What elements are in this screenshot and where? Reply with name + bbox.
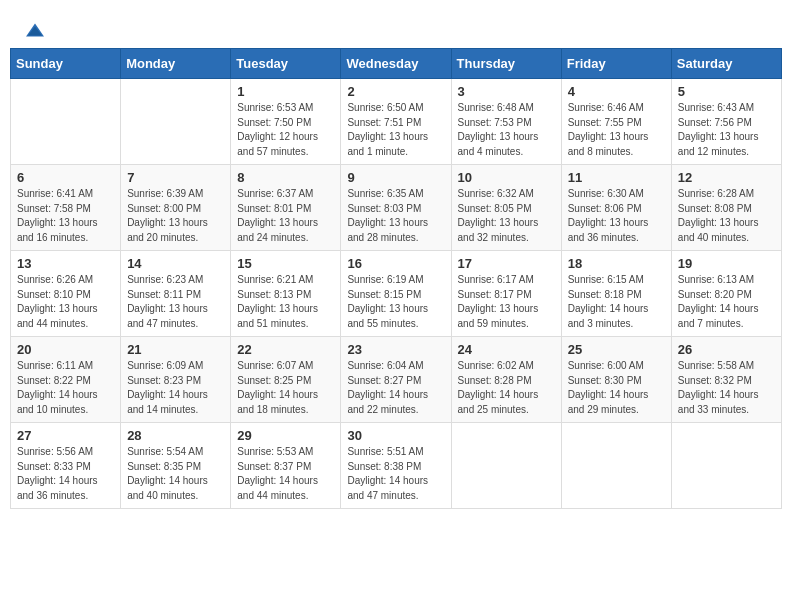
day-number: 27 — [17, 428, 114, 443]
day-info: Sunrise: 6:04 AM Sunset: 8:27 PM Dayligh… — [347, 359, 444, 417]
table-row: 22Sunrise: 6:07 AM Sunset: 8:25 PM Dayli… — [231, 337, 341, 423]
table-row: 17Sunrise: 6:17 AM Sunset: 8:17 PM Dayli… — [451, 251, 561, 337]
day-info: Sunrise: 6:13 AM Sunset: 8:20 PM Dayligh… — [678, 273, 775, 331]
day-number: 26 — [678, 342, 775, 357]
table-row: 11Sunrise: 6:30 AM Sunset: 8:06 PM Dayli… — [561, 165, 671, 251]
day-info: Sunrise: 5:53 AM Sunset: 8:37 PM Dayligh… — [237, 445, 334, 503]
day-info: Sunrise: 6:37 AM Sunset: 8:01 PM Dayligh… — [237, 187, 334, 245]
table-row: 7Sunrise: 6:39 AM Sunset: 8:00 PM Daylig… — [121, 165, 231, 251]
day-number: 16 — [347, 256, 444, 271]
calendar-week-5: 27Sunrise: 5:56 AM Sunset: 8:33 PM Dayli… — [11, 423, 782, 509]
day-number: 23 — [347, 342, 444, 357]
table-row: 1Sunrise: 6:53 AM Sunset: 7:50 PM Daylig… — [231, 79, 341, 165]
day-number: 12 — [678, 170, 775, 185]
day-info: Sunrise: 6:09 AM Sunset: 8:23 PM Dayligh… — [127, 359, 224, 417]
table-row: 20Sunrise: 6:11 AM Sunset: 8:22 PM Dayli… — [11, 337, 121, 423]
day-number: 4 — [568, 84, 665, 99]
page-header — [10, 10, 782, 48]
day-info: Sunrise: 6:41 AM Sunset: 7:58 PM Dayligh… — [17, 187, 114, 245]
table-row: 28Sunrise: 5:54 AM Sunset: 8:35 PM Dayli… — [121, 423, 231, 509]
day-number: 11 — [568, 170, 665, 185]
day-number: 17 — [458, 256, 555, 271]
day-number: 22 — [237, 342, 334, 357]
day-number: 24 — [458, 342, 555, 357]
day-number: 9 — [347, 170, 444, 185]
table-row: 25Sunrise: 6:00 AM Sunset: 8:30 PM Dayli… — [561, 337, 671, 423]
table-row: 27Sunrise: 5:56 AM Sunset: 8:33 PM Dayli… — [11, 423, 121, 509]
calendar-week-2: 6Sunrise: 6:41 AM Sunset: 7:58 PM Daylig… — [11, 165, 782, 251]
day-number: 3 — [458, 84, 555, 99]
day-header-tuesday: Tuesday — [231, 49, 341, 79]
day-info: Sunrise: 6:39 AM Sunset: 8:00 PM Dayligh… — [127, 187, 224, 245]
calendar-week-3: 13Sunrise: 6:26 AM Sunset: 8:10 PM Dayli… — [11, 251, 782, 337]
table-row: 19Sunrise: 6:13 AM Sunset: 8:20 PM Dayli… — [671, 251, 781, 337]
table-row: 12Sunrise: 6:28 AM Sunset: 8:08 PM Dayli… — [671, 165, 781, 251]
table-row: 10Sunrise: 6:32 AM Sunset: 8:05 PM Dayli… — [451, 165, 561, 251]
table-row — [121, 79, 231, 165]
table-row: 16Sunrise: 6:19 AM Sunset: 8:15 PM Dayli… — [341, 251, 451, 337]
day-number: 5 — [678, 84, 775, 99]
table-row — [451, 423, 561, 509]
day-info: Sunrise: 6:17 AM Sunset: 8:17 PM Dayligh… — [458, 273, 555, 331]
calendar-table: SundayMondayTuesdayWednesdayThursdayFrid… — [10, 48, 782, 509]
day-header-saturday: Saturday — [671, 49, 781, 79]
table-row: 29Sunrise: 5:53 AM Sunset: 8:37 PM Dayli… — [231, 423, 341, 509]
calendar-week-4: 20Sunrise: 6:11 AM Sunset: 8:22 PM Dayli… — [11, 337, 782, 423]
table-row: 3Sunrise: 6:48 AM Sunset: 7:53 PM Daylig… — [451, 79, 561, 165]
table-row: 26Sunrise: 5:58 AM Sunset: 8:32 PM Dayli… — [671, 337, 781, 423]
table-row: 4Sunrise: 6:46 AM Sunset: 7:55 PM Daylig… — [561, 79, 671, 165]
table-row: 23Sunrise: 6:04 AM Sunset: 8:27 PM Dayli… — [341, 337, 451, 423]
day-number: 20 — [17, 342, 114, 357]
day-number: 18 — [568, 256, 665, 271]
day-info: Sunrise: 6:30 AM Sunset: 8:06 PM Dayligh… — [568, 187, 665, 245]
day-number: 25 — [568, 342, 665, 357]
table-row: 8Sunrise: 6:37 AM Sunset: 8:01 PM Daylig… — [231, 165, 341, 251]
day-number: 8 — [237, 170, 334, 185]
table-row — [11, 79, 121, 165]
day-info: Sunrise: 6:35 AM Sunset: 8:03 PM Dayligh… — [347, 187, 444, 245]
day-info: Sunrise: 5:58 AM Sunset: 8:32 PM Dayligh… — [678, 359, 775, 417]
day-number: 15 — [237, 256, 334, 271]
day-header-monday: Monday — [121, 49, 231, 79]
table-row: 15Sunrise: 6:21 AM Sunset: 8:13 PM Dayli… — [231, 251, 341, 337]
day-number: 28 — [127, 428, 224, 443]
day-info: Sunrise: 6:43 AM Sunset: 7:56 PM Dayligh… — [678, 101, 775, 159]
table-row: 13Sunrise: 6:26 AM Sunset: 8:10 PM Dayli… — [11, 251, 121, 337]
table-row — [561, 423, 671, 509]
day-header-thursday: Thursday — [451, 49, 561, 79]
day-info: Sunrise: 5:56 AM Sunset: 8:33 PM Dayligh… — [17, 445, 114, 503]
day-header-wednesday: Wednesday — [341, 49, 451, 79]
day-header-friday: Friday — [561, 49, 671, 79]
day-info: Sunrise: 6:48 AM Sunset: 7:53 PM Dayligh… — [458, 101, 555, 159]
table-row: 30Sunrise: 5:51 AM Sunset: 8:38 PM Dayli… — [341, 423, 451, 509]
day-number: 6 — [17, 170, 114, 185]
day-info: Sunrise: 6:50 AM Sunset: 7:51 PM Dayligh… — [347, 101, 444, 159]
day-info: Sunrise: 6:53 AM Sunset: 7:50 PM Dayligh… — [237, 101, 334, 159]
day-number: 19 — [678, 256, 775, 271]
day-header-sunday: Sunday — [11, 49, 121, 79]
logo — [25, 20, 49, 40]
table-row: 6Sunrise: 6:41 AM Sunset: 7:58 PM Daylig… — [11, 165, 121, 251]
day-info: Sunrise: 5:54 AM Sunset: 8:35 PM Dayligh… — [127, 445, 224, 503]
day-info: Sunrise: 6:23 AM Sunset: 8:11 PM Dayligh… — [127, 273, 224, 331]
day-number: 13 — [17, 256, 114, 271]
day-number: 29 — [237, 428, 334, 443]
day-number: 21 — [127, 342, 224, 357]
day-info: Sunrise: 6:00 AM Sunset: 8:30 PM Dayligh… — [568, 359, 665, 417]
calendar-header-row: SundayMondayTuesdayWednesdayThursdayFrid… — [11, 49, 782, 79]
day-number: 30 — [347, 428, 444, 443]
day-info: Sunrise: 6:46 AM Sunset: 7:55 PM Dayligh… — [568, 101, 665, 159]
day-info: Sunrise: 6:15 AM Sunset: 8:18 PM Dayligh… — [568, 273, 665, 331]
day-number: 7 — [127, 170, 224, 185]
day-number: 10 — [458, 170, 555, 185]
day-info: Sunrise: 6:32 AM Sunset: 8:05 PM Dayligh… — [458, 187, 555, 245]
day-number: 1 — [237, 84, 334, 99]
table-row: 9Sunrise: 6:35 AM Sunset: 8:03 PM Daylig… — [341, 165, 451, 251]
table-row: 14Sunrise: 6:23 AM Sunset: 8:11 PM Dayli… — [121, 251, 231, 337]
day-info: Sunrise: 6:02 AM Sunset: 8:28 PM Dayligh… — [458, 359, 555, 417]
day-info: Sunrise: 6:28 AM Sunset: 8:08 PM Dayligh… — [678, 187, 775, 245]
day-info: Sunrise: 6:26 AM Sunset: 8:10 PM Dayligh… — [17, 273, 114, 331]
table-row: 18Sunrise: 6:15 AM Sunset: 8:18 PM Dayli… — [561, 251, 671, 337]
day-info: Sunrise: 5:51 AM Sunset: 8:38 PM Dayligh… — [347, 445, 444, 503]
day-number: 2 — [347, 84, 444, 99]
